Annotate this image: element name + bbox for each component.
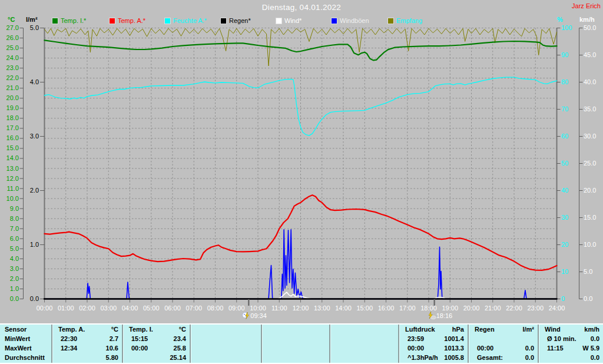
x-tick-label: 02:00 bbox=[79, 305, 95, 312]
temp-tick-label: 10.0 bbox=[6, 195, 19, 202]
table-row: Gesamt:0.0 bbox=[469, 353, 538, 362]
table-cell-time: 23:59 bbox=[399, 334, 424, 343]
table-cell-time bbox=[330, 334, 339, 343]
temp-tick-label: 2.0 bbox=[10, 275, 19, 282]
table-row bbox=[330, 334, 398, 343]
table-col-temp-i-: Temp. I.°C15:1523.400:0025.825.14 bbox=[122, 325, 190, 363]
temp-tick-label: 15.0 bbox=[6, 144, 19, 151]
rain-axis: 5.04.03.02.01.00.0 bbox=[30, 24, 45, 302]
table-row: 15:1523.4 bbox=[123, 334, 190, 343]
wind-axis: 50.045.040.035.030.025.020.015.010.05.00… bbox=[579, 24, 597, 302]
temp-tick-label: 4.0 bbox=[10, 255, 19, 262]
table-cell-value: 5.80 bbox=[106, 353, 122, 362]
x-tick-label: 17:00 bbox=[399, 305, 416, 312]
marker-time-label: 09:34 bbox=[250, 312, 267, 319]
x-tick-label: 03:00 bbox=[100, 305, 117, 312]
temp-tick-label: 24.0 bbox=[6, 54, 19, 61]
table-row: 5.80 bbox=[52, 353, 122, 362]
table-row bbox=[262, 343, 329, 353]
temp-tick-label: 8.0 bbox=[10, 215, 19, 222]
rain-tick-label: 5.0 bbox=[30, 24, 39, 31]
table-row: 25.14 bbox=[123, 353, 190, 362]
x-tick-label: 20:00 bbox=[463, 305, 480, 312]
table-cell-value: 1005.8 bbox=[444, 353, 468, 362]
chart-canvas: 27.026.025.024.023.022.021.020.019.018.0… bbox=[0, 0, 603, 323]
x-axis: 00:0001:0002:0003:0004:0005:0006:0007:00… bbox=[37, 300, 565, 312]
table-cell-time bbox=[123, 353, 131, 362]
x-tick-label: 12:00 bbox=[293, 305, 309, 312]
table-cell-value: 25.8 bbox=[174, 343, 190, 353]
table-cell-time: 11:15 bbox=[539, 343, 564, 353]
table-row: 00:001013.3 bbox=[399, 343, 468, 353]
temp-tick-label: 3.0 bbox=[10, 265, 19, 272]
wind-tick-label: 25.0 bbox=[584, 160, 596, 167]
temp-tick-label: 5.0 bbox=[10, 245, 19, 252]
table-row: 00:0025.8 bbox=[123, 343, 190, 353]
table-cell-time: ^1.3hPa/h bbox=[399, 353, 438, 362]
temp-tick-label: 12.0 bbox=[6, 175, 19, 182]
table-cell-time bbox=[330, 353, 339, 362]
table-col-name: Temp. A. bbox=[52, 325, 85, 334]
table-row bbox=[330, 343, 398, 353]
table-cell-value: W 5.9 bbox=[582, 343, 603, 353]
humidity-tick-label: 60 bbox=[561, 133, 568, 140]
x-tick-label: 23:00 bbox=[527, 305, 544, 312]
table-cell-time bbox=[330, 343, 339, 353]
table-col-empty-2 bbox=[190, 325, 261, 363]
temp-tick-label: 11.0 bbox=[6, 185, 19, 192]
table-row bbox=[191, 334, 261, 343]
flash-cloud-icon bbox=[429, 312, 436, 319]
table-cell-value: 0.0 bbox=[525, 343, 538, 353]
table-row: 11:15W 5.9 bbox=[539, 343, 603, 353]
wind-tick-label: 30.0 bbox=[584, 133, 596, 140]
x-tick-label: 10:00 bbox=[250, 305, 266, 312]
table-cell-value: 0.0 bbox=[525, 353, 538, 362]
table-col-unit: km/h bbox=[584, 325, 603, 334]
temp-tick-label: 19.0 bbox=[6, 104, 19, 111]
x-tick-label: 05:00 bbox=[143, 305, 160, 312]
rain-tick-label: 1.0 bbox=[30, 241, 39, 248]
table-header-row: Temp. I.°C bbox=[123, 325, 190, 334]
table-col-empty-4 bbox=[329, 325, 398, 363]
x-tick-label: 16:00 bbox=[378, 305, 395, 312]
table-col-name: Luftdruck bbox=[399, 325, 435, 334]
x-tick-label: 13:00 bbox=[314, 305, 330, 312]
table-cell-time bbox=[469, 334, 477, 343]
x-tick-label: 15:00 bbox=[356, 305, 373, 312]
temp-tick-label: 16.0 bbox=[6, 134, 19, 141]
rain-tick-label: 0.0 bbox=[30, 295, 39, 302]
table-row bbox=[330, 353, 398, 362]
table-header-row bbox=[330, 325, 398, 334]
table-col-name: Regen bbox=[469, 325, 495, 334]
x-tick-label: 06:00 bbox=[164, 305, 181, 312]
rain-tick-label: 2.0 bbox=[30, 187, 39, 194]
table-col-wind: Windkm/hØ 10 min.0.011:15W 5.90.0 bbox=[538, 325, 603, 363]
marker-time-label: 18:16 bbox=[436, 312, 453, 319]
table-row bbox=[469, 334, 538, 343]
humidity-tick-label: 90 bbox=[561, 51, 568, 58]
table-col-name: Wind bbox=[539, 325, 561, 334]
table-cell-time: 15:15 bbox=[123, 334, 148, 343]
table-col-unit: l/m² bbox=[522, 325, 538, 334]
table-header-row: Windkm/h bbox=[539, 325, 603, 334]
humidity-tick-label: 80 bbox=[561, 78, 568, 85]
temp-tick-label: 26.0 bbox=[6, 34, 19, 41]
table-col-name: Temp. I. bbox=[123, 325, 153, 334]
temp-tick-label: 20.0 bbox=[6, 94, 19, 101]
table-row-label: Durchschnitt bbox=[0, 353, 51, 362]
sun-flash-icon bbox=[243, 312, 249, 319]
table-row-label: Sensor bbox=[0, 325, 51, 334]
x-tick-label: 14:00 bbox=[335, 305, 352, 312]
table-cell-time: Ø 10 min. bbox=[539, 334, 577, 343]
table-cell-time bbox=[262, 343, 270, 353]
table-header-row: LuftdruckhPa bbox=[399, 325, 468, 334]
table-row bbox=[191, 353, 261, 362]
humidity-tick-label: 20 bbox=[561, 241, 568, 248]
rain-tick-label: 4.0 bbox=[30, 78, 39, 85]
temp-tick-label: 7.0 bbox=[10, 225, 19, 232]
table-cell-time bbox=[191, 334, 199, 343]
temp-tick-label: 22.0 bbox=[6, 74, 19, 81]
table-cell-value: 25.14 bbox=[170, 353, 190, 362]
table-cell-value: 10.6 bbox=[106, 343, 122, 353]
x-tick-label: 00:00 bbox=[37, 305, 53, 312]
